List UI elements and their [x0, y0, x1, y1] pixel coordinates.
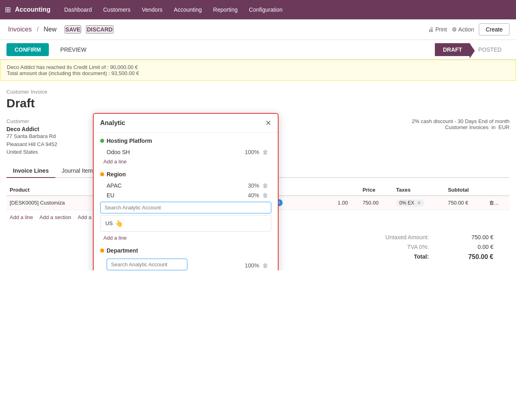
- preview-button[interactable]: PREVIEW: [54, 43, 93, 56]
- analytic-section-department: Department 100% 🗑 Add a line: [100, 247, 271, 270]
- cell-qty: 1.00: [334, 196, 359, 210]
- action-button[interactable]: ⚙ Action: [452, 26, 474, 33]
- total-value: 750.00 €: [453, 253, 493, 261]
- dropdown-item-us[interactable]: US 👆: [101, 217, 271, 230]
- status-posted[interactable]: POSTED: [470, 43, 510, 56]
- app-name: Accounting: [15, 6, 50, 13]
- eu-pct: 40%: [248, 192, 259, 199]
- breadcrumb-current: New: [44, 26, 57, 33]
- discard-button[interactable]: DISCARD: [86, 25, 113, 33]
- col-taxes: Taxes: [393, 184, 445, 196]
- hosting-platform-dot: [100, 139, 104, 143]
- nav-customers[interactable]: Customers: [98, 0, 136, 19]
- region-add-line[interactable]: Add a line: [100, 233, 130, 242]
- apac-pct: 30%: [248, 182, 259, 189]
- customer-label: Customer: [6, 118, 57, 124]
- print-button[interactable]: 🖨 Print: [428, 26, 447, 33]
- cursor-icon: 👆: [115, 219, 123, 227]
- breadcrumb: Invoices / New: [6, 26, 58, 33]
- cell-subtotal: 750.00 €: [445, 196, 485, 210]
- analytic-row-odoo-sh: Odoo SH 100% 🗑: [100, 147, 271, 157]
- add-line-link[interactable]: Add a line: [10, 214, 33, 220]
- warning-banner: Deco Addict has reached its Credit Limit…: [0, 60, 516, 81]
- top-navigation: ⊞ Accounting Dashboard Customers Vendors…: [0, 0, 516, 19]
- doc-type: Customer Invoice: [6, 89, 510, 95]
- breadcrumb-parent[interactable]: Invoices: [8, 26, 32, 33]
- eu-name: EU: [103, 192, 248, 199]
- hosting-add-line[interactable]: Add a line: [100, 157, 130, 166]
- col-price: Price: [359, 184, 393, 196]
- region-dot: [100, 172, 104, 176]
- col-qty: [334, 184, 359, 196]
- cell-price: 750.00: [359, 196, 393, 210]
- doc-title: Draft: [6, 96, 510, 110]
- nav-reporting[interactable]: Reporting: [208, 0, 243, 19]
- analytic-row-department: 100% 🗑: [100, 257, 271, 270]
- nav-dashboard[interactable]: Dashboard: [59, 0, 98, 19]
- nav-accounting[interactable]: Accounting: [168, 0, 208, 19]
- journal-info: Customer Invoices in EUR: [412, 124, 510, 130]
- status-draft[interactable]: DRAFT: [435, 43, 470, 56]
- breadcrumb-separator: /: [37, 26, 38, 33]
- payment-terms: 2% cash discount - 30 Days End of month: [412, 118, 510, 124]
- modal-close-button[interactable]: ✕: [265, 119, 271, 127]
- analytic-modal-overlay: Analytic ✕ Hosting Platform Odoo SH 100%…: [93, 113, 279, 270]
- app-icon: ⊞: [5, 5, 11, 14]
- warning-line1: Deco Addict has reached its Credit Limit…: [7, 64, 509, 70]
- dept-search-area: [103, 259, 245, 270]
- analytic-row-apac: APAC 30% 🗑: [100, 181, 271, 190]
- status-area: DRAFT POSTED: [435, 43, 510, 56]
- odoo-sh-pct: 100%: [245, 149, 259, 155]
- action-bar: CONFIRM PREVIEW DRAFT POSTED: [0, 40, 516, 60]
- analytic-row-eu: EU 40% 🗑: [100, 190, 271, 200]
- create-button[interactable]: Create: [479, 23, 510, 36]
- analytic-modal: Analytic ✕ Hosting Platform Odoo SH 100%…: [93, 113, 279, 270]
- customer-address: 77 Santa Barbara Rd Pleasant Hill CA 945…: [6, 132, 57, 156]
- tab-invoice-lines[interactable]: Invoice Lines: [6, 164, 55, 178]
- hosting-platform-title: Hosting Platform: [100, 138, 271, 144]
- col-actions: [486, 184, 510, 196]
- confirm-button[interactable]: CONFIRM: [6, 43, 49, 56]
- customer-info: Customer Deco Addict 77 Santa Barbara Rd…: [6, 118, 57, 156]
- cell-row-actions[interactable]: 🗑...: [486, 196, 510, 210]
- dept-pct: 100%: [245, 262, 259, 269]
- region-search-container: US 👆: [100, 200, 271, 233]
- nav-vendors[interactable]: Vendors: [136, 0, 168, 19]
- customer-name[interactable]: Deco Addict: [6, 126, 57, 132]
- region-search-dropdown: US 👆: [100, 215, 271, 232]
- col-product: Product: [6, 184, 98, 196]
- save-button[interactable]: SAVE: [65, 25, 81, 33]
- eu-delete[interactable]: 🗑: [262, 192, 268, 199]
- region-title: Region: [100, 171, 271, 178]
- analytic-section-region: Region APAC 30% 🗑 EU 40% 🗑: [100, 171, 271, 242]
- region-search-input[interactable]: [100, 202, 271, 213]
- apac-delete[interactable]: 🗑: [262, 182, 268, 189]
- breadcrumb-bar: Invoices / New SAVE DISCARD 🖨 Print ⚙ Ac…: [0, 19, 516, 40]
- total-label: Total:: [364, 253, 429, 261]
- dept-delete[interactable]: 🗑: [262, 262, 268, 269]
- tax-badge[interactable]: 0% EX ✕: [396, 199, 424, 207]
- right-actions: 🖨 Print ⚙ Action Create: [428, 23, 510, 36]
- department-search-input[interactable]: [107, 259, 187, 270]
- tva-value: 0.00 €: [453, 244, 493, 250]
- apac-name: APAC: [103, 182, 248, 189]
- nav-configuration[interactable]: Configuration: [243, 0, 288, 19]
- analytic-section-hosting: Hosting Platform Odoo SH 100% 🗑 Add a li…: [100, 138, 271, 166]
- cell-tax: 0% EX ✕: [393, 196, 445, 210]
- tva-label: TVA 0%:: [364, 244, 429, 250]
- modal-title: Analytic: [100, 119, 125, 127]
- untaxed-label: Untaxed Amount:: [364, 234, 429, 240]
- untaxed-value: 750.00 €: [453, 234, 493, 240]
- add-section-link[interactable]: Add a section: [40, 214, 71, 220]
- col-subtotal: Subtotal: [445, 184, 485, 196]
- cell-product: [DESK0005] Customiza: [6, 196, 98, 210]
- main-content: Customer Invoice Draft Customer Deco Add…: [0, 81, 516, 270]
- right-info: 2% cash discount - 30 Days End of month …: [412, 118, 510, 156]
- department-dot: [100, 249, 104, 253]
- odoo-sh-delete[interactable]: 🗑: [262, 149, 268, 155]
- modal-header: Analytic ✕: [94, 114, 278, 133]
- modal-body: Hosting Platform Odoo SH 100% 🗑 Add a li…: [94, 133, 278, 270]
- warning-line2: Total amount due (including this documen…: [7, 70, 509, 76]
- odoo-sh-name: Odoo SH: [103, 149, 245, 155]
- department-title: Department: [100, 247, 271, 254]
